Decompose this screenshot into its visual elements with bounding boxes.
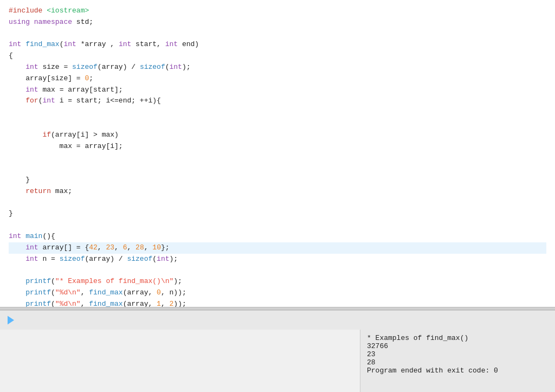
code-line-2: using namespace std; xyxy=(9,17,546,28)
code-line-27: printf("%d\n", find_max(array, 1, 2)); xyxy=(9,299,546,307)
output-line-4: 28 xyxy=(367,358,548,367)
output-left-panel xyxy=(0,330,360,392)
output-area: * Examples of find_max() 32766 23 28 Pro… xyxy=(0,330,555,392)
code-line-12: if(array[i] > max) xyxy=(9,130,546,141)
code-line-16: } xyxy=(9,175,546,186)
code-line-25: printf("* Examples of find_max()\n"); xyxy=(9,276,546,287)
code-editor[interactable]: #include <iostream> using namespace std;… xyxy=(0,0,555,307)
code-line-15 xyxy=(9,163,546,175)
code-line-5: { xyxy=(9,50,546,62)
output-line-2: 32766 xyxy=(367,342,548,350)
code-line-6: int size = sizeof(array) / sizeof(int); xyxy=(9,62,546,73)
code-line-3 xyxy=(9,28,546,40)
run-button[interactable] xyxy=(5,315,16,326)
code-line-26: printf("%d\n", find_max(array, 0, n)); xyxy=(9,287,546,299)
code-line-17: return max; xyxy=(9,186,546,197)
code-line-19: } xyxy=(9,208,546,220)
output-line-5: Program ended with exit code: 0 xyxy=(367,367,548,375)
code-line-14 xyxy=(9,152,546,163)
code-line-24 xyxy=(9,265,546,276)
code-line-20 xyxy=(9,220,546,231)
code-line-11 xyxy=(9,118,546,130)
code-line-18 xyxy=(9,197,546,209)
code-line-4: int find_max(int *array , int start, int… xyxy=(9,39,546,50)
code-line-10 xyxy=(9,107,546,118)
code-line-22: int array[] = {42, 23, 6, 28, 10}; xyxy=(9,242,546,254)
code-line-7: array[size] = 0; xyxy=(9,73,546,85)
code-line-8: int max = array[start]; xyxy=(9,85,546,96)
code-line-13: max = array[i]; xyxy=(9,141,546,152)
code-line-1: #include <iostream> xyxy=(9,5,546,17)
toolbar xyxy=(0,310,555,330)
output-line-3: 23 xyxy=(367,350,548,358)
output-panel: * Examples of find_max() 32766 23 28 Pro… xyxy=(360,330,555,392)
code-line-21: int main(){ xyxy=(9,231,546,242)
output-line-1: * Examples of find_max() xyxy=(367,334,548,342)
code-line-9: for(int i = start; i<=end; ++i){ xyxy=(9,95,546,107)
code-line-23: int n = sizeof(array) / sizeof(int); xyxy=(9,254,546,265)
